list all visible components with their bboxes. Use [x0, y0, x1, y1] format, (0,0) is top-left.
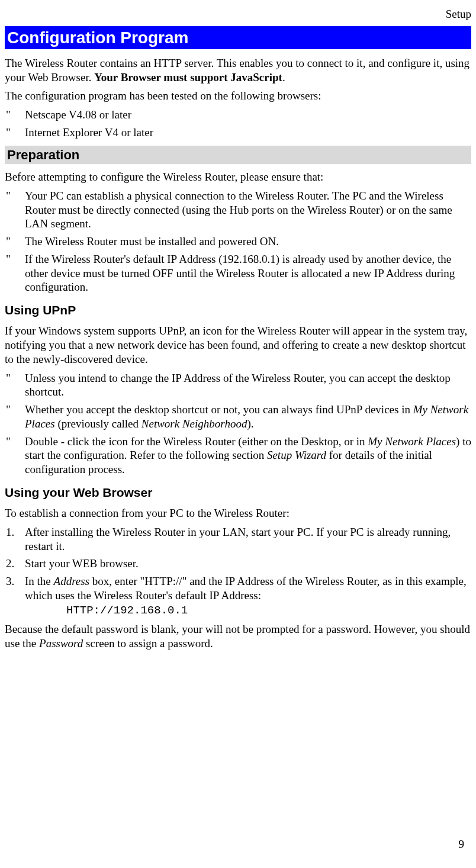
list-item: Netscape V4.08 or later — [5, 108, 471, 122]
intro-paragraph-2: The configuration program has been teste… — [5, 89, 471, 103]
text: ). — [247, 417, 253, 430]
password-note: Because the default password is blank, y… — [5, 622, 471, 651]
list-item: In the Address box, enter "HTTP://" and … — [5, 574, 471, 618]
page: Setup Configuration Program The Wireless… — [5, 7, 471, 860]
web-steps: After installing the Wireless Router in … — [5, 525, 471, 618]
password-screen-label: Password — [39, 637, 83, 650]
list-item: Internet Explorer V4 or later — [5, 126, 471, 140]
page-number: 9 — [459, 837, 465, 851]
list-item: Unless you intend to change the IP Addre… — [5, 371, 471, 400]
my-network-places: My Network Places — [368, 435, 456, 448]
text: Whether you accept the desktop shortcut … — [25, 403, 413, 416]
web-browser-heading: Using your Web Browser — [5, 485, 471, 500]
web-lead: To establish a connection from your PC t… — [5, 506, 471, 520]
setup-wizard: Setup Wizard — [267, 449, 326, 461]
list-item: If the Wireless Router's default IP Addr… — [5, 252, 471, 294]
page-title: Configuration Program — [5, 26, 471, 49]
list-item: Start your WEB browser. — [5, 557, 471, 571]
address-box-label: Address — [54, 575, 90, 587]
browser-list: Netscape V4.08 or later Internet Explore… — [5, 108, 471, 140]
preparation-lead: Before attempting to configure the Wirel… — [5, 170, 471, 184]
list-item: After installing the Wireless Router in … — [5, 525, 471, 554]
upnp-heading: Using UPnP — [5, 303, 471, 318]
list-item: Your PC can establish a physical connect… — [5, 189, 471, 231]
upnp-lead: If your Windows system supports UPnP, an… — [5, 324, 471, 366]
text: In the — [25, 575, 54, 587]
preparation-heading: Preparation — [5, 146, 471, 165]
text: Double - click the icon for the Wireless… — [25, 435, 368, 448]
intro-bold-requirement: Your Browser must support JavaScript — [94, 71, 282, 83]
list-item: Whether you accept the desktop shortcut … — [5, 403, 471, 431]
text: box, enter "HTTP://" and the IP Address … — [25, 575, 467, 602]
text: (previously called — [55, 417, 141, 430]
list-item: Double - click the icon for the Wireless… — [5, 435, 471, 477]
upnp-list: Unless you intend to change the IP Addre… — [5, 371, 471, 477]
intro-paragraph-1: The Wireless Router contains an HTTP ser… — [5, 56, 471, 85]
network-neighborhood: Network Neighborhood — [141, 417, 247, 430]
intro-period: . — [282, 71, 285, 83]
preparation-list: Your PC can establish a physical connect… — [5, 189, 471, 294]
list-item: The Wireless Router must be installed an… — [5, 234, 471, 249]
text: screen to assign a password. — [83, 637, 213, 650]
header-section-label: Setup — [5, 7, 471, 21]
example-url: HTTP://192.168.0.1 — [66, 604, 471, 618]
